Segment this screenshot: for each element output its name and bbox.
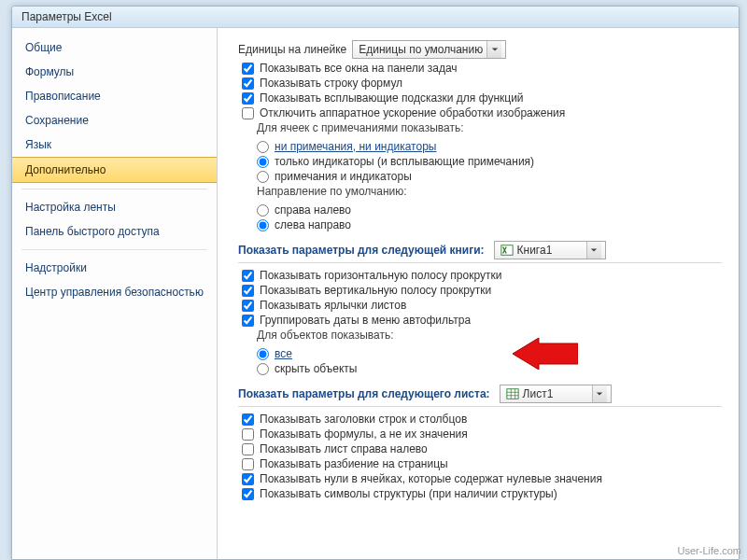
radio-ltr[interactable]: слева направо: [257, 218, 722, 231]
checkbox-show-zeros[interactable]: Показывать нули в ячейках, которые содер…: [238, 472, 722, 485]
radio-input[interactable]: [257, 156, 269, 168]
sheet-section-header: Показать параметры для следующего листа:…: [238, 385, 722, 407]
checkbox-input[interactable]: [242, 443, 254, 455]
radio-input[interactable]: [257, 363, 269, 375]
radio-label: ни примечания, ни индикаторы: [275, 140, 436, 153]
workbook-dropdown[interactable]: Книга1: [494, 241, 606, 259]
checkbox-input[interactable]: [242, 285, 254, 297]
checkbox-label: Показывать нули в ячейках, которые содер…: [260, 472, 602, 485]
checkbox-input[interactable]: [242, 428, 254, 441]
checkbox-outline-symbols[interactable]: Показывать символы структуры (при наличи…: [238, 487, 722, 500]
ruler-units-dropdown[interactable]: Единицы по умолчанию: [352, 40, 506, 59]
checkbox-sheet-tabs[interactable]: Показывать ярлычки листов: [238, 299, 722, 312]
sidebar-separator: [21, 249, 207, 250]
sidebar-item-formulas[interactable]: Формулы: [12, 60, 217, 84]
checkbox-hscrollbar[interactable]: Показывать горизонтальную полосу прокрут…: [238, 269, 722, 282]
window-body: Общие Формулы Правописание Сохранение Яз…: [12, 28, 739, 559]
checkbox-label: Показывать символы структуры (при наличи…: [260, 487, 557, 500]
worksheet-dropdown[interactable]: Лист1: [500, 385, 612, 403]
checkbox-input[interactable]: [242, 458, 254, 470]
svg-rect-0: [500, 245, 512, 256]
svg-rect-1: [506, 389, 517, 399]
checkbox-label: Показывать формулы, а не их значения: [260, 427, 468, 441]
radio-input[interactable]: [257, 141, 269, 153]
checkbox-vscrollbar[interactable]: Показывать вертикальную полосу прокрутки: [238, 284, 722, 297]
ruler-row: Единицы на линейке Единицы по умолчанию: [238, 40, 722, 59]
radio-objects-hide[interactable]: скрыть объекты: [257, 362, 722, 375]
checkbox-input[interactable]: [242, 270, 254, 282]
checkbox-input[interactable]: [242, 300, 254, 312]
radio-rtl[interactable]: справа налево: [257, 203, 722, 217]
content-panel: Единицы на линейке Единицы по умолчанию …: [218, 28, 739, 559]
checkbox-page-breaks[interactable]: Показывать разбиение на страницы: [238, 457, 722, 470]
checkbox-show-formula-bar[interactable]: Показывать строку формул: [238, 77, 722, 90]
sidebar-item-advanced[interactable]: Дополнительно: [12, 157, 217, 183]
radio-label: примечания и индикаторы: [275, 170, 412, 183]
checkbox-label: Показывать вертикальную полосу прокрутки: [260, 284, 491, 297]
direction-group-title: Направление по умолчанию:: [257, 185, 722, 198]
sidebar-separator: [21, 189, 207, 189]
radio-indicators-only[interactable]: только индикаторы (и всплывающие примеча…: [257, 155, 722, 168]
checkbox-input[interactable]: [242, 413, 254, 426]
excel-sheet-icon: [506, 387, 519, 400]
checkbox-show-tooltips[interactable]: Показывать всплывающие подсказки для фун…: [238, 91, 722, 105]
checkbox-input[interactable]: [242, 473, 254, 485]
radio-input[interactable]: [257, 348, 269, 360]
checkbox-label: Показывать заголовки строк и столбцов: [260, 413, 467, 426]
checkbox-input[interactable]: [242, 63, 254, 75]
chevron-down-icon: [586, 242, 601, 259]
dropdown-value: Единицы по умолчанию: [359, 43, 483, 56]
window-titlebar[interactable]: Параметры Excel: [12, 7, 739, 28]
radio-comments-and-indicators[interactable]: примечания и индикаторы: [257, 170, 722, 183]
chevron-down-icon: [592, 385, 607, 402]
checkbox-show-headers[interactable]: Показывать заголовки строк и столбцов: [238, 413, 722, 426]
dropdown-value: Книга1: [517, 244, 583, 257]
sidebar-item-addins[interactable]: Надстройки: [12, 256, 217, 280]
sidebar-item-trust-center[interactable]: Центр управления безопасностью: [12, 280, 217, 304]
dropdown-value: Лист1: [523, 387, 588, 400]
section-title: Показать параметры для следующего листа:: [238, 387, 490, 400]
checkbox-group-dates[interactable]: Группировать даты в меню автофильтра: [238, 314, 722, 327]
checkbox-input[interactable]: [242, 92, 254, 105]
sidebar: Общие Формулы Правописание Сохранение Яз…: [12, 28, 218, 559]
excel-workbook-icon: [500, 244, 514, 257]
radio-input[interactable]: [257, 219, 269, 231]
comments-group-title: Для ячеек с примечаниями показывать:: [257, 121, 722, 134]
section-title: Показать параметры для следующей книги:: [238, 244, 485, 257]
ruler-label: Единицы на линейке: [238, 43, 346, 56]
watermark: User-Life.com: [678, 545, 741, 556]
checkbox-input[interactable]: [242, 77, 254, 90]
radio-objects-all[interactable]: все: [257, 347, 722, 360]
sidebar-item-proofing[interactable]: Правописание: [12, 84, 217, 108]
checkbox-disable-hw-accel[interactable]: Отключить аппаратное ускорение обработки…: [238, 106, 722, 119]
checkbox-input[interactable]: [242, 315, 254, 327]
radio-label: слева направо: [275, 218, 351, 231]
checkbox-input[interactable]: [242, 488, 254, 500]
radio-label: только индикаторы (и всплывающие примеча…: [275, 155, 534, 168]
checkbox-show-all-windows[interactable]: Показывать все окна на панели задач: [238, 62, 722, 75]
checkbox-label: Показывать всплывающие подсказки для фун…: [260, 91, 524, 105]
checkbox-label: Показывать лист справа налево: [260, 442, 428, 455]
radio-input[interactable]: [257, 171, 269, 183]
window-title: Параметры Excel: [21, 10, 112, 23]
checkbox-label: Показывать ярлычки листов: [260, 299, 406, 312]
checkbox-label: Показывать горизонтальную полосу прокрут…: [260, 269, 501, 282]
checkbox-sheet-rtl[interactable]: Показывать лист справа налево: [238, 442, 722, 455]
checkbox-label: Показывать строку формул: [260, 77, 402, 90]
radio-input[interactable]: [257, 204, 269, 217]
checkbox-label: Показывать все окна на панели задач: [260, 62, 458, 75]
objects-group-title: Для объектов показывать:: [257, 329, 722, 342]
sidebar-item-save[interactable]: Сохранение: [12, 108, 217, 133]
checkbox-show-formulas[interactable]: Показывать формулы, а не их значения: [238, 427, 722, 441]
checkbox-label: Группировать даты в меню автофильтра: [260, 314, 471, 327]
radio-label: все: [275, 347, 292, 360]
sidebar-item-customize-ribbon[interactable]: Настройка ленты: [12, 195, 217, 219]
radio-label: скрыть объекты: [275, 362, 357, 375]
checkbox-input[interactable]: [242, 107, 254, 119]
sidebar-item-language[interactable]: Язык: [12, 133, 217, 157]
options-window: Параметры Excel Общие Формулы Правописан…: [11, 6, 740, 560]
sidebar-item-general[interactable]: Общие: [12, 35, 217, 60]
radio-no-comments[interactable]: ни примечания, ни индикаторы: [257, 140, 722, 153]
checkbox-label: Отключить аппаратное ускорение обработки…: [260, 106, 565, 119]
sidebar-item-quick-access[interactable]: Панель быстрого доступа: [12, 219, 217, 244]
